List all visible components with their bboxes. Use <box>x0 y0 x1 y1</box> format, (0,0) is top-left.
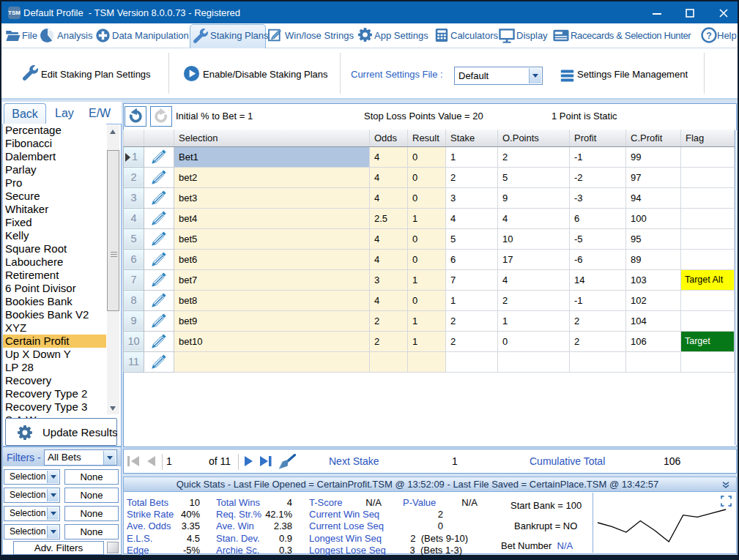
svg-text:?: ? <box>706 31 712 41</box>
